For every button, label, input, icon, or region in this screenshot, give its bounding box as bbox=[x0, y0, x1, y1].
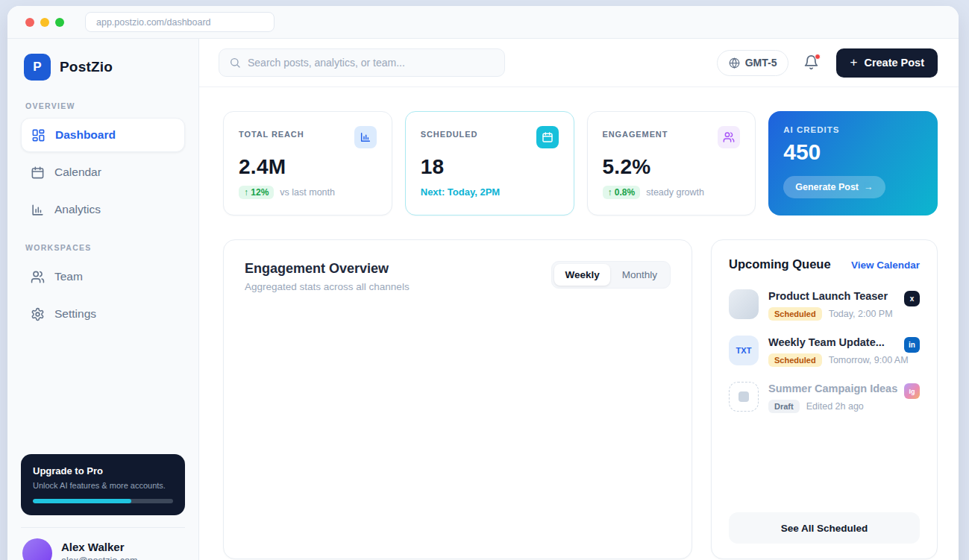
upcoming-queue-panel: Upcoming Queue View Calendar Product Lau… bbox=[711, 239, 938, 559]
delta-badge: ↑ 0.8% bbox=[603, 186, 641, 199]
window-zoom-button[interactable] bbox=[55, 18, 64, 27]
sidebar-item-dashboard[interactable]: Dashboard bbox=[21, 118, 185, 152]
main-area: GMT-5 + Create Post TOTAL REACH bbox=[199, 39, 959, 560]
panels-row: Engagement Overview Aggregated stats acr… bbox=[223, 239, 938, 559]
search-input[interactable] bbox=[248, 57, 495, 69]
sidebar-item-settings[interactable]: Settings bbox=[21, 297, 185, 331]
post-title: Summer Campaign Ideas bbox=[768, 383, 894, 394]
sidebar: P PostZio OVERVIEW Dashboard Calendar An… bbox=[7, 39, 199, 560]
stat-label: TOTAL REACH bbox=[239, 126, 304, 139]
generate-post-label: Generate Post bbox=[795, 182, 859, 192]
section-label-workspaces: WORKSPACES bbox=[25, 243, 181, 252]
period-toggle: Weekly Monthly bbox=[551, 261, 671, 289]
sidebar-item-label: Dashboard bbox=[55, 128, 116, 142]
post-title: Product Launch Teaser bbox=[768, 290, 894, 302]
post-thumbnail bbox=[729, 289, 759, 319]
notification-dot bbox=[815, 54, 821, 60]
x-platform-icon: x bbox=[904, 291, 920, 306]
user-name: Alex Walker bbox=[61, 541, 137, 553]
stat-card-scheduled: SCHEDULED 18 Next: Today, 2PM bbox=[405, 111, 574, 215]
delta-badge: ↑ 12% bbox=[239, 186, 274, 199]
text-post-thumbnail: TXT bbox=[729, 336, 759, 365]
stat-card-total-reach: TOTAL REACH 2.4M ↑ 12% vs last month bbox=[223, 111, 392, 215]
queue-item[interactable]: Summer Campaign Ideas Draft Edited 2h ag… bbox=[729, 382, 920, 413]
app-window: app.postzio.com/dashboard P PostZio OVER… bbox=[7, 6, 959, 560]
user-profile[interactable]: Alex Walker alex@postzio.com bbox=[21, 538, 185, 560]
window-close-button[interactable] bbox=[25, 18, 34, 27]
queue-item[interactable]: Product Launch Teaser Scheduled Today, 2… bbox=[729, 289, 920, 321]
bar-chart-icon bbox=[354, 126, 377, 148]
search-box bbox=[219, 48, 505, 77]
search-icon bbox=[229, 57, 241, 69]
see-all-scheduled-button[interactable]: See All Scheduled bbox=[729, 512, 920, 544]
sidebar-item-calendar[interactable]: Calendar bbox=[21, 155, 185, 189]
post-title: Weekly Team Update... bbox=[768, 336, 894, 348]
stat-note: steady growth bbox=[646, 187, 704, 198]
engagement-overview-panel: Engagement Overview Aggregated stats acr… bbox=[223, 239, 692, 559]
sidebar-item-team[interactable]: Team bbox=[21, 259, 185, 294]
dashboard-content: TOTAL REACH 2.4M ↑ 12% vs last month bbox=[199, 87, 959, 560]
upgrade-progress-bar bbox=[33, 499, 173, 503]
browser-bar: app.postzio.com/dashboard bbox=[7, 6, 959, 39]
ai-credits-label: AI CREDITS bbox=[783, 125, 923, 134]
stat-value: 5.2% bbox=[603, 155, 741, 179]
timezone-selector[interactable]: GMT-5 bbox=[717, 50, 789, 76]
grid-icon bbox=[31, 128, 46, 142]
queue-item[interactable]: TXT Weekly Team Update... Scheduled Tomo… bbox=[729, 336, 920, 367]
sidebar-divider bbox=[21, 527, 185, 528]
globe-icon bbox=[729, 57, 740, 69]
user-email: alex@postzio.com bbox=[61, 556, 137, 560]
view-calendar-link[interactable]: View Calendar bbox=[851, 259, 920, 271]
stat-label: SCHEDULED bbox=[421, 126, 478, 139]
main-header: GMT-5 + Create Post bbox=[199, 39, 959, 87]
sidebar-item-label: Team bbox=[54, 270, 83, 283]
stat-value: 2.4M bbox=[239, 155, 377, 179]
bar-chart-icon bbox=[31, 203, 45, 217]
upgrade-to-pro-card[interactable]: Upgrade to Pro Unlock AI features & more… bbox=[21, 454, 185, 515]
panel-title: Engagement Overview bbox=[245, 261, 410, 277]
status-badge: Scheduled bbox=[768, 307, 822, 321]
generate-post-button[interactable]: Generate Post → bbox=[783, 176, 885, 198]
address-bar[interactable]: app.postzio.com/dashboard bbox=[85, 12, 275, 32]
stat-value: 18 bbox=[421, 155, 559, 179]
window-minimize-button[interactable] bbox=[40, 18, 49, 27]
calendar-icon bbox=[31, 166, 45, 180]
create-post-button[interactable]: + Create Post bbox=[836, 48, 938, 78]
arrow-right-icon: → bbox=[864, 182, 874, 192]
post-time: Edited 2h ago bbox=[806, 401, 864, 412]
stat-card-engagement: ENGAGEMENT 5.2% ↑ 0.8% steady growth bbox=[587, 111, 756, 215]
plus-icon: + bbox=[850, 55, 857, 70]
linkedin-platform-icon: in bbox=[904, 337, 920, 353]
gear-icon bbox=[31, 307, 45, 321]
users-icon bbox=[718, 126, 740, 148]
upgrade-title: Upgrade to Pro bbox=[33, 465, 173, 476]
post-time: Tomorrow, 9:00 AM bbox=[829, 355, 909, 365]
status-badge: Scheduled bbox=[768, 353, 822, 367]
avatar bbox=[22, 538, 52, 560]
stats-row: TOTAL REACH 2.4M ↑ 12% vs last month bbox=[223, 111, 938, 215]
queue-title: Upcoming Queue bbox=[729, 257, 831, 271]
notifications-button[interactable] bbox=[803, 54, 820, 71]
address-bar-url: app.postzio.com/dashboard bbox=[96, 17, 211, 28]
app-logo: P PostZio bbox=[21, 52, 185, 88]
instagram-platform-icon: Ig bbox=[904, 383, 920, 399]
ai-credits-value: 450 bbox=[783, 139, 923, 165]
toggle-weekly[interactable]: Weekly bbox=[554, 264, 609, 286]
upgrade-progress-fill bbox=[33, 499, 131, 503]
toggle-monthly[interactable]: Monthly bbox=[612, 264, 668, 286]
sidebar-item-label: Settings bbox=[54, 307, 96, 321]
upgrade-subtitle: Unlock AI features & more accounts. bbox=[33, 481, 173, 490]
timezone-label: GMT-5 bbox=[745, 57, 777, 69]
users-icon bbox=[31, 270, 45, 284]
next-scheduled-note: Next: Today, 2PM bbox=[421, 186, 559, 198]
sidebar-item-analytics[interactable]: Analytics bbox=[21, 192, 185, 227]
sidebar-item-label: Calendar bbox=[54, 166, 101, 179]
app-name: PostZio bbox=[60, 59, 113, 75]
calendar-icon bbox=[536, 126, 559, 148]
create-post-label: Create Post bbox=[864, 57, 924, 69]
sidebar-item-label: Analytics bbox=[54, 203, 101, 216]
post-time: Today, 2:00 PM bbox=[829, 309, 893, 319]
logo-icon: P bbox=[24, 54, 51, 81]
panel-subtitle: Aggregated stats across all channels bbox=[245, 281, 410, 292]
ai-credits-card: AI CREDITS 450 Generate Post → bbox=[768, 111, 938, 215]
